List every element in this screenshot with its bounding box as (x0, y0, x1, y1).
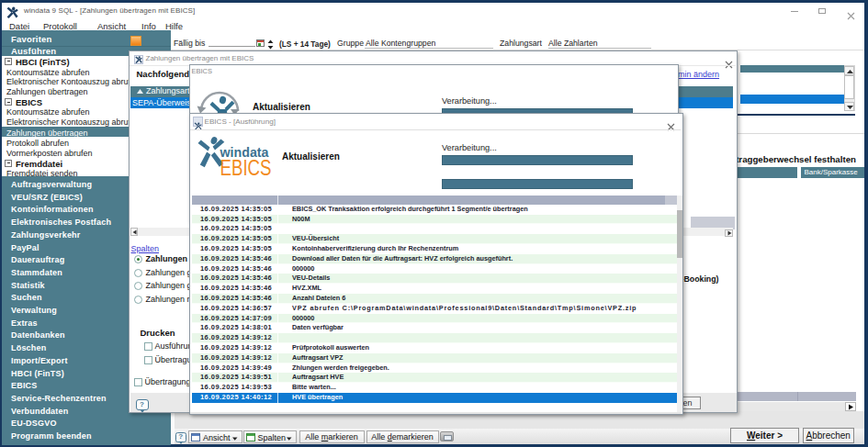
svg-text:EBICS: EBICS (220, 155, 272, 180)
